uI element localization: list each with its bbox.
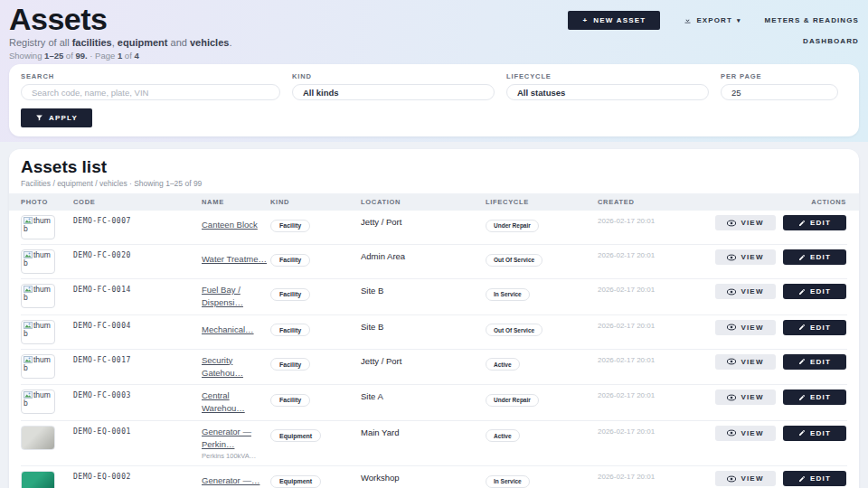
asset-name-link[interactable]: Canteen Block: [202, 219, 258, 231]
lifecycle-badge: Under Repair: [486, 220, 539, 232]
kind-badge: Facility: [270, 324, 310, 336]
lifecycle-select[interactable]: All statuses: [506, 84, 709, 100]
asset-location: Site A: [361, 389, 486, 401]
column-header-name: NAME: [202, 198, 270, 206]
asset-name-link[interactable]: Central Warehou…: [202, 389, 270, 416]
edit-button[interactable]: EDIT: [783, 354, 846, 370]
table-body: thumb DEMO-FC-0007 Canteen Block Facilit…: [9, 211, 859, 488]
eye-icon: [727, 254, 736, 261]
edit-button[interactable]: EDIT: [783, 426, 846, 441]
asset-location: Jetty / Port: [361, 354, 486, 366]
search-label: SEARCH: [21, 72, 280, 80]
column-header-created: CREATED: [598, 198, 715, 206]
edit-button[interactable]: EDIT: [783, 284, 846, 299]
plus-icon: +: [582, 16, 588, 24]
asset-photo: thumb: [21, 215, 55, 239]
broken-image-icon: [24, 251, 33, 258]
kind-badge: Facility: [270, 358, 310, 371]
view-button[interactable]: VIEW: [715, 354, 776, 370]
kind-badge: Facility: [270, 288, 310, 301]
asset-code: DEMO-FC-0014: [73, 284, 202, 294]
column-header-photo: PHOTO: [21, 198, 73, 206]
asset-code: DEMO-FC-0004: [73, 320, 202, 330]
meters-readings-link[interactable]: METERS & READINGS: [765, 16, 860, 24]
pencil-icon: [798, 324, 806, 331]
asset-location: Main Yard: [361, 426, 486, 437]
table-row: thumb DEMO-FC-0004 Mechanical… Facility …: [21, 315, 847, 350]
new-asset-button[interactable]: + NEW ASSET: [568, 11, 660, 30]
list-title: Assets list: [21, 157, 847, 177]
view-button[interactable]: VIEW: [715, 215, 776, 230]
eye-icon: [727, 288, 736, 296]
page-subtitle: Registry of all facilities, equipment an…: [9, 37, 231, 48]
asset-code: DEMO-FC-0020: [73, 249, 202, 259]
view-button[interactable]: VIEW: [715, 389, 776, 405]
lifecycle-badge: In Service: [486, 475, 530, 488]
download-icon: [684, 16, 692, 24]
pencil-icon: [798, 429, 806, 436]
edit-button[interactable]: EDIT: [783, 215, 846, 230]
pencil-icon: [798, 254, 806, 261]
created-timestamp: 2026-02-17 20:01: [598, 389, 715, 399]
view-button[interactable]: VIEW: [715, 471, 776, 486]
created-timestamp: 2026-02-17 20:01: [598, 215, 715, 225]
asset-name-link[interactable]: Mechanical…: [202, 324, 254, 336]
asset-code: DEMO-FC-0007: [73, 215, 202, 225]
broken-image-icon: [24, 356, 33, 363]
column-header-kind: KIND: [270, 198, 361, 206]
kind-select[interactable]: All kinds: [292, 84, 495, 100]
kind-badge: Facility: [270, 220, 310, 232]
filter-funnel-icon: [35, 114, 43, 122]
kind-badge: Equipment: [270, 429, 321, 442]
asset-photo: [21, 471, 55, 488]
kind-label: KIND: [292, 72, 495, 80]
asset-code: DEMO-FC-0017: [73, 354, 202, 364]
apply-filters-button[interactable]: APPLY: [21, 108, 92, 127]
created-timestamp: 2026-02-17 20:01: [598, 320, 715, 330]
broken-image-icon: [24, 322, 33, 329]
per-page-input[interactable]: [721, 84, 838, 100]
kind-badge: Facility: [270, 254, 310, 267]
lifecycle-badge: Under Repair: [486, 394, 539, 407]
search-input[interactable]: [21, 84, 280, 100]
broken-image-icon: [24, 217, 33, 224]
asset-model-subtext: Perkins 100kVA…: [202, 452, 270, 461]
asset-name-link[interactable]: Generator —…: [202, 474, 259, 487]
asset-name-link[interactable]: Water Treatme…: [202, 253, 267, 266]
asset-location: Admin Area: [361, 249, 486, 261]
asset-name-link[interactable]: Security Gatehou…: [202, 354, 270, 380]
eye-icon: [727, 358, 736, 365]
asset-location: Site B: [361, 320, 486, 332]
created-timestamp: 2026-02-17 20:01: [598, 471, 715, 481]
asset-code: DEMO-FC-0003: [73, 389, 202, 399]
asset-name-link[interactable]: Fuel Bay / Dispensi…: [202, 284, 270, 310]
eye-icon: [727, 394, 736, 401]
asset-code: DEMO-EQ-0001: [73, 426, 202, 436]
lifecycle-badge: In Service: [486, 288, 530, 301]
chevron-down-icon: ▾: [737, 17, 741, 24]
table-row: thumb DEMO-FC-0020 Water Treatme… Facili…: [21, 245, 847, 279]
view-button[interactable]: VIEW: [715, 284, 776, 299]
pencil-icon: [798, 288, 806, 296]
dashboard-link[interactable]: DASHBOARD: [803, 37, 859, 45]
asset-location: Site B: [361, 284, 486, 296]
lifecycle-badge: Out Of Service: [486, 254, 542, 267]
filter-panel: SEARCH KIND All kinds LIFECYCLE All stat…: [9, 64, 859, 136]
pencil-icon: [798, 358, 806, 365]
view-button[interactable]: VIEW: [715, 249, 776, 265]
asset-location: Workshop: [361, 471, 486, 483]
eye-icon: [727, 220, 736, 227]
asset-name-link[interactable]: Generator — Perkin…: [202, 426, 270, 452]
view-button[interactable]: VIEW: [715, 320, 776, 335]
edit-button[interactable]: EDIT: [783, 389, 846, 405]
asset-code: DEMO-EQ-0002: [73, 471, 202, 481]
edit-button[interactable]: EDIT: [783, 320, 846, 335]
view-button[interactable]: VIEW: [715, 426, 776, 441]
edit-button[interactable]: EDIT: [783, 249, 846, 265]
edit-button[interactable]: EDIT: [783, 471, 846, 486]
table-row: thumb DEMO-FC-0014 Fuel Bay / Dispensi… …: [21, 279, 847, 315]
page-header: Assets Registry of all facilities, equip…: [0, 0, 868, 142]
table-row: thumb DEMO-FC-0007 Canteen Block Facilit…: [21, 211, 847, 245]
table-row: DEMO-EQ-0001 Generator — Perkin… Perkins…: [21, 421, 847, 467]
export-button[interactable]: EXPORT ▾: [684, 16, 741, 24]
